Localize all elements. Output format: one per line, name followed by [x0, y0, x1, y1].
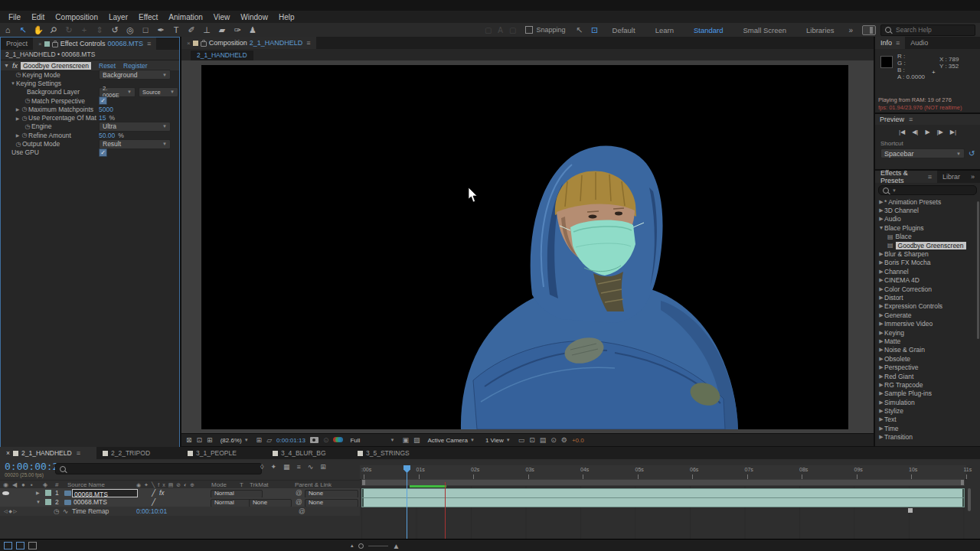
expand-caret-icon[interactable]: ▶	[15, 106, 21, 112]
mask-visibility-icon[interactable]: ▱	[266, 436, 272, 444]
dolly-camera-tool-icon[interactable]: ⇕	[92, 23, 107, 37]
pan-behind-tool-icon[interactable]: ◎	[122, 23, 138, 37]
layer-source-name[interactable]: 00068.MTS	[74, 497, 107, 507]
menu-effect[interactable]: Effect	[133, 13, 163, 21]
panel-menu-icon[interactable]: ≡	[147, 40, 151, 47]
camera-dropdown[interactable]: Active Camera▼	[424, 436, 477, 445]
graph-icon[interactable]: ∿	[63, 507, 68, 516]
effects-item-color-correction[interactable]: ▶Color Correction	[875, 285, 980, 293]
expand-caret-icon[interactable]: ▶	[878, 390, 884, 396]
primary-viewer-icon[interactable]: ⊡	[197, 436, 203, 444]
expand-caret-icon[interactable]: ▼	[10, 81, 16, 86]
workspace-standard[interactable]: Standard	[684, 26, 733, 34]
expand-caret-icon[interactable]: ▶	[878, 416, 884, 422]
motion-blur-icon[interactable]: ∿	[308, 463, 314, 471]
stopwatch-icon[interactable]: ◷	[21, 106, 28, 112]
expand-caret-icon[interactable]: ▼	[878, 225, 884, 230]
param-control[interactable]: Result▼	[99, 139, 171, 149]
zoom-in-mountain-icon[interactable]: ▲	[393, 542, 400, 550]
expand-layer-switches-icon[interactable]	[4, 542, 12, 549]
viewer-timecode[interactable]: 0:00:01:13	[276, 437, 305, 444]
fast-previews-icon[interactable]: ⊡	[529, 436, 535, 444]
transparency-grid-icon[interactable]: ▨	[413, 436, 420, 444]
fx-switch-icon[interactable]: fx	[159, 488, 165, 497]
orbit-camera-tool-icon[interactable]: ↻	[61, 23, 77, 37]
effects-item-rg-trapcode[interactable]: ▶RG Trapcode	[875, 380, 980, 389]
parent-dropdown[interactable]: None▼	[305, 490, 358, 498]
selection-tool-icon[interactable]: ↖	[15, 23, 31, 37]
share-view-icon[interactable]: ⊞	[207, 436, 213, 444]
workspace-libraries[interactable]: Libraries	[796, 26, 844, 34]
layer-expand-caret-icon[interactable]: ▶	[36, 488, 40, 497]
exposure-value[interactable]: +0.0	[572, 437, 584, 444]
shortcut-dropdown[interactable]: Spacebar▼	[880, 148, 965, 158]
play-button[interactable]: ▶	[925, 129, 929, 135]
property-label[interactable]: Time Remap	[72, 507, 109, 516]
expand-transfer-controls-icon[interactable]	[16, 542, 24, 549]
expand-caret-icon[interactable]: ▶	[878, 382, 884, 388]
exposure-reset-icon[interactable]: ⚙	[561, 436, 567, 444]
tab-effect-controls[interactable]: ×Effect Controls00068.MTS≡	[33, 37, 156, 50]
zoom-tool-icon[interactable]: ⚲	[46, 23, 61, 37]
param-output-mode[interactable]: ◷Output ModeResult▼	[1, 139, 179, 148]
param-background-layer[interactable]: Background Layer2. 0006E▼Source▼	[1, 88, 179, 96]
timeline-tab-2_2_tripod[interactable]: 2_2_TRIPOD	[96, 447, 181, 459]
zoom-out-mountain-icon[interactable]: ▴	[351, 543, 354, 549]
menu-file[interactable]: File	[3, 13, 26, 21]
expand-caret-icon[interactable]: ▶	[15, 116, 21, 121]
blend-mode-dropdown[interactable]: Normal▼	[211, 490, 263, 498]
rotation-tool-icon[interactable]: ↺	[107, 23, 122, 37]
param-control[interactable]: 5000	[99, 106, 113, 113]
param-control[interactable]: Ultra▼	[99, 122, 171, 132]
effects-item-text[interactable]: ▶Text	[875, 416, 980, 424]
checkbox-checked-icon[interactable]: ✓	[99, 96, 107, 105]
param-control[interactable]: 2. 0006E▼Source▼	[99, 87, 178, 97]
snap-bounds-icon[interactable]: ⊡	[587, 23, 603, 37]
effects-item-blur-sharpen[interactable]: ▶Blur & Sharpen	[875, 249, 980, 258]
effects-item-perspective[interactable]: ▶Perspective	[875, 363, 980, 371]
timeline-tab-3_4_blur_bg[interactable]: 3_4_BLUR_BG	[266, 447, 351, 459]
close-icon[interactable]: ×	[38, 41, 42, 47]
stopwatch-icon[interactable]: ◷	[21, 132, 28, 139]
close-icon[interactable]: ×	[6, 449, 10, 457]
effects-item-transition[interactable]: ▶Transition	[875, 433, 980, 442]
roto-brush-tool-icon[interactable]: ✑	[230, 23, 245, 37]
timeline-search-box[interactable]	[55, 463, 262, 474]
composition-flowchart-icon[interactable]: ◊	[260, 463, 263, 471]
reset-shortcut-icon[interactable]: ↺	[969, 149, 975, 158]
param-dropdown[interactable]: Ultra▼	[99, 122, 171, 132]
timeline-button-icon[interactable]: ▤	[540, 436, 547, 444]
clone-stamp-tool-icon[interactable]: ⊥	[199, 23, 214, 37]
effects-item-time[interactable]: ▶Time	[875, 424, 980, 432]
menu-layer[interactable]: Layer	[103, 13, 133, 21]
snap-cursor-icon[interactable]: ↖	[572, 23, 587, 37]
effects-item-cinema-4d[interactable]: ▶CINEMA 4D	[875, 276, 980, 285]
always-preview-icon[interactable]: ⊠	[186, 436, 192, 444]
keyframe-navigator[interactable]: ◁ ◆ ▷	[4, 507, 17, 516]
layer-color-swatch[interactable]	[45, 499, 51, 505]
hide-shy-icon[interactable]: ▦	[283, 463, 290, 471]
effects-item-simulation[interactable]: ▶Simulation	[875, 398, 980, 406]
param-use-gpu[interactable]: Use GPU✓	[1, 148, 179, 157]
effect-header-row[interactable]: ▼ fx Goodbye Greenscreen Reset Register	[1, 60, 179, 70]
tab-audio[interactable]: Audio	[905, 37, 933, 49]
effects-item-goodbye-greenscreen[interactable]: ▤Goodbye Greenscreen	[875, 241, 980, 249]
effects-item-expression-controls[interactable]: ▶Expression Controls	[875, 302, 980, 311]
menu-animation[interactable]: Animation	[163, 13, 207, 21]
pan-camera-tool-icon[interactable]: +	[77, 23, 92, 37]
time-ruler[interactable]: :00s01s02s03s04s05s06s07s08s09s10s11s	[360, 465, 966, 480]
expand-caret-icon[interactable]: ▶	[878, 373, 884, 380]
param-dropdown[interactable]: 2. 0006E▼	[99, 87, 136, 97]
expand-caret-icon[interactable]: ▶	[878, 277, 884, 283]
effects-item-sample-plug-ins[interactable]: ▶Sample Plug-ins	[875, 390, 980, 398]
param-control[interactable]: ✓	[99, 96, 107, 105]
layer-expand-caret-icon[interactable]: ▼	[36, 497, 41, 507]
workspace-small-screen[interactable]: Small Screen	[733, 26, 797, 34]
expand-caret-icon[interactable]: ▶	[878, 425, 884, 432]
effects-item--animation-presets[interactable]: ▶* Animation Presets	[875, 197, 980, 206]
quality-switch-icon[interactable]: ╱	[152, 488, 155, 497]
expand-caret-icon[interactable]: ▶	[15, 132, 21, 138]
workspace-bar-icon[interactable]	[862, 25, 876, 35]
expand-caret-icon[interactable]: ▶	[878, 338, 884, 344]
workspace-overflow-chevron[interactable]: »	[844, 26, 858, 34]
